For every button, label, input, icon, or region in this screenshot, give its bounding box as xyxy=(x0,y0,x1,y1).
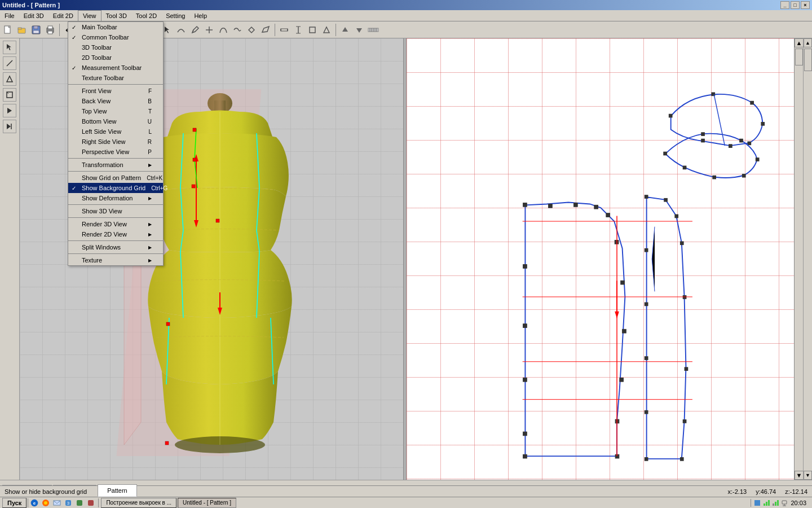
toolbar-arc[interactable] xyxy=(174,23,188,37)
toolbar-measure4[interactable] xyxy=(320,23,333,37)
svg-rect-112 xyxy=(782,501,787,504)
svg-rect-59 xyxy=(594,205,598,209)
svg-rect-42 xyxy=(216,219,219,222)
start-button[interactable]: Пуск xyxy=(2,498,27,508)
menu-show-deformation[interactable]: Show Deformation ▶ xyxy=(68,193,163,203)
scroll-right-up[interactable]: ▲ xyxy=(804,38,812,47)
scroll-right-thumb[interactable] xyxy=(804,49,812,71)
toolbar-tool7[interactable] xyxy=(245,23,258,37)
svg-rect-72 xyxy=(663,152,667,156)
quick-ie[interactable]: e xyxy=(29,498,39,508)
menu-render-2d-view[interactable]: Render 2D View ▶ xyxy=(68,229,163,239)
taskbar-separator xyxy=(28,498,28,507)
quick-3[interactable]: 3 xyxy=(63,498,73,508)
menu-right-side-view[interactable]: Right Side View R xyxy=(68,137,163,147)
left-tool-line[interactable] xyxy=(3,56,16,70)
menu-left-side-view[interactable]: Left Side View L xyxy=(68,126,163,137)
toolbar-measure1[interactable] xyxy=(277,23,291,37)
svg-rect-65 xyxy=(669,114,673,118)
toolbar-save[interactable] xyxy=(29,23,43,37)
menu-edit-3d[interactable]: Edit 3D xyxy=(19,10,48,21)
menu-main-toolbar[interactable]: Main Toolbar xyxy=(68,22,163,32)
svg-rect-87 xyxy=(685,367,689,371)
maximize-button[interactable]: □ xyxy=(791,1,800,9)
menu-help[interactable]: Help xyxy=(189,10,211,21)
scroll-thumb[interactable] xyxy=(795,49,803,65)
menu-split-windows[interactable]: Split Windows ▶ xyxy=(68,242,163,252)
right-scrollbar[interactable]: ▲ ▼ xyxy=(803,38,812,480)
menu-bottom-view[interactable]: Bottom View U xyxy=(68,116,163,126)
menu-edit-2d[interactable]: Edit 2D xyxy=(48,10,78,21)
separator-3 xyxy=(68,171,163,172)
toolbar-measure2[interactable] xyxy=(292,23,305,37)
toolbar-tool6[interactable] xyxy=(231,23,244,37)
taskbar-cad-button[interactable]: Построение выкроек в ... xyxy=(101,498,176,508)
toolbar-down[interactable] xyxy=(352,23,366,37)
menu-texture-toolbar[interactable]: Texture Toolbar xyxy=(68,73,163,83)
svg-rect-69 xyxy=(747,141,751,145)
left-tool-play[interactable] xyxy=(3,104,16,117)
toolbar-measure3[interactable] xyxy=(306,23,319,37)
toolbar-up[interactable] xyxy=(338,23,352,37)
menu-render-3d-view[interactable]: Render 3D View ▶ xyxy=(68,219,163,229)
toolbar-pen[interactable] xyxy=(188,23,202,37)
separator-4 xyxy=(68,204,163,205)
minimize-button[interactable]: _ xyxy=(780,1,789,9)
menu-show-background-grid[interactable]: Show Background Grid Ctrl+G xyxy=(68,183,163,193)
svg-rect-43 xyxy=(166,322,170,326)
menu-2d-toolbar[interactable]: 2D Toolbar xyxy=(68,52,163,63)
menu-front-view[interactable]: Front View F xyxy=(68,86,163,96)
svg-rect-79 xyxy=(645,195,648,199)
left-tool-next[interactable] xyxy=(3,120,16,133)
toolbar-cross[interactable] xyxy=(202,23,216,37)
2d-scrollbar[interactable]: ▲ ▼ xyxy=(794,38,803,480)
menu-tool-2d[interactable]: Tool 2D xyxy=(131,10,161,21)
menu-top-view[interactable]: Top View T xyxy=(68,106,163,116)
coord-z: z:-12.14 xyxy=(785,488,807,495)
menu-show-grid-on-pattern[interactable]: Show Grid on Pattern Ctrl+K xyxy=(68,173,163,183)
menu-3d-toolbar[interactable]: 3D Toolbar xyxy=(68,42,163,52)
menu-common-toolbar[interactable]: Common Toolbar xyxy=(68,32,163,42)
svg-rect-9 xyxy=(48,31,52,34)
toolbar-measure-tool[interactable] xyxy=(367,23,380,37)
menu-show-3d-view[interactable]: Show 3D View xyxy=(68,206,163,216)
tab-pattern[interactable]: Pattern xyxy=(98,484,136,497)
left-tool-3d[interactable] xyxy=(3,88,16,102)
svg-rect-90 xyxy=(674,214,678,218)
taskbar-pattern-button[interactable]: Untitled - [ Pattern ] xyxy=(178,498,236,508)
quick-mail[interactable] xyxy=(52,498,62,508)
scroll-up-button[interactable]: ▲ xyxy=(795,38,803,47)
menu-back-view[interactable]: Back View B xyxy=(68,96,163,106)
svg-rect-48 xyxy=(523,324,527,328)
left-sidebar xyxy=(0,38,20,480)
left-tool-select[interactable] xyxy=(3,41,16,54)
menu-view[interactable]: View xyxy=(78,10,102,21)
menu-tool-3d[interactable]: Tool 3D xyxy=(102,10,131,21)
toolbar-new[interactable] xyxy=(1,23,15,37)
menu-transformation[interactable]: Transformation ▶ xyxy=(68,160,163,170)
toolbar-open[interactable] xyxy=(15,23,29,37)
scroll-down-button[interactable]: ▼ xyxy=(795,471,803,480)
svg-rect-6 xyxy=(33,30,39,33)
quick-5[interactable] xyxy=(86,498,96,508)
left-tool-pattern[interactable] xyxy=(3,72,16,86)
toolbar-print-preview[interactable] xyxy=(43,23,57,37)
quick-4[interactable] xyxy=(74,498,85,508)
menu-file[interactable]: File xyxy=(0,10,19,21)
tray-icon-1 xyxy=(753,499,761,507)
svg-rect-111 xyxy=(777,500,779,506)
svg-rect-8 xyxy=(48,26,52,29)
toolbar-tool8[interactable] xyxy=(259,23,272,37)
scroll-right-down[interactable]: ▼ xyxy=(804,471,812,480)
menu-perspective-view[interactable]: Perspective View P xyxy=(68,147,163,157)
menu-setting[interactable]: Setting xyxy=(161,10,189,21)
svg-rect-75 xyxy=(756,157,760,161)
close-button[interactable]: × xyxy=(801,1,810,9)
title-bar-buttons: _ □ × xyxy=(780,1,810,9)
menu-texture[interactable]: Texture ▶ xyxy=(68,255,163,265)
svg-text:e: e xyxy=(33,501,36,506)
toolbar-bezier[interactable] xyxy=(217,23,230,37)
menu-measurement-toolbar[interactable]: Measurement Toolbar xyxy=(68,63,163,73)
quick-firefox[interactable] xyxy=(41,498,51,508)
clock: 20:03 xyxy=(789,500,807,506)
